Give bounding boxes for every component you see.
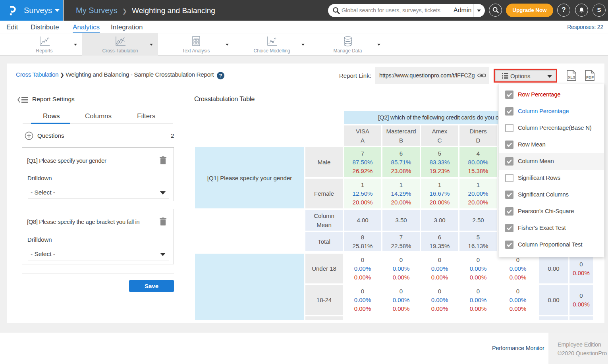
svg-text:XLS: XLS	[568, 75, 575, 79]
svg-text:PDF: PDF	[586, 75, 594, 79]
